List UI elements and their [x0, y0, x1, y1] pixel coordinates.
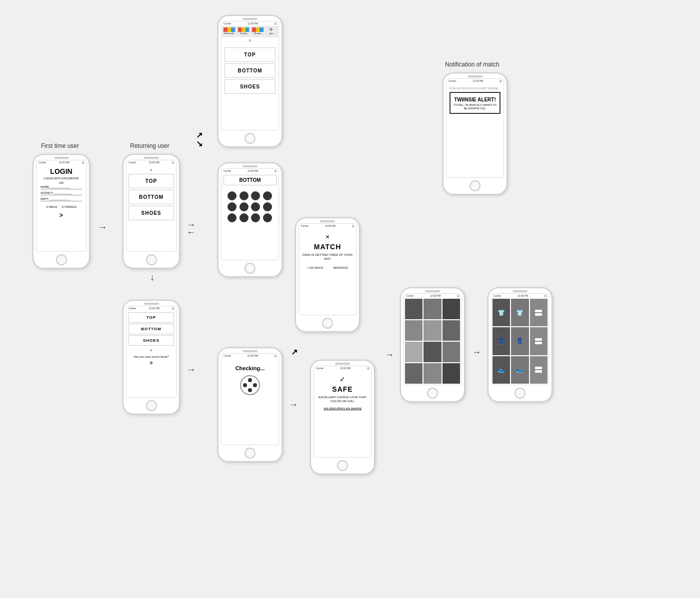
match-whatevs[interactable]: WHATEVS	[334, 266, 348, 269]
tab-monday[interactable]: Monday	[251, 26, 264, 35]
phone-speaker-check	[242, 350, 258, 352]
circle-7[interactable]	[251, 202, 260, 211]
checking-content: Checking...	[222, 358, 278, 403]
circle-2[interactable]	[240, 191, 248, 200]
login-agency-field[interactable]: AGENCY ___________	[40, 191, 82, 195]
icon-shirt-1[interactable]: 👕	[492, 299, 510, 326]
hamburger-icon[interactable]: ≡	[128, 168, 174, 172]
icon-shoe-1[interactable]: 👟	[492, 356, 510, 384]
circle-9[interactable]	[228, 213, 236, 222]
name-label: NAME	[40, 185, 49, 188]
phone-home-button-ret[interactable]	[146, 254, 157, 265]
phone-home-button-ret2[interactable]	[146, 400, 157, 411]
pants-action-2[interactable]	[535, 342, 542, 344]
safe-link[interactable]: see what others are wearing	[324, 407, 361, 410]
color-cell-6[interactable]	[442, 320, 460, 341]
match-go-back[interactable]: < GO BACK	[307, 266, 324, 269]
circle-12[interactable]	[263, 213, 272, 222]
color-cell-8[interactable]	[424, 342, 441, 362]
wardrobe-icon-grid: 👕 👕 👖 👖 👟 👟	[492, 298, 548, 385]
bottom-select-content: BOTTOM	[222, 173, 278, 228]
phone-match: Carrier 10:00 AM ||| × MATCH DAVE IS GET…	[295, 217, 360, 332]
female-radio[interactable]: ⊙ FEMALE	[62, 205, 77, 208]
phone-home-button-safe[interactable]	[337, 460, 348, 471]
circle-3[interactable]	[251, 191, 260, 200]
color-cell-5[interactable]	[424, 320, 441, 341]
icon-shoe-2[interactable]: 👟	[511, 356, 528, 384]
phone-login: Carrier 12:00 PM ||| LOGIN LOGIN WITH FA…	[32, 154, 90, 269]
color-cell-12[interactable]	[442, 363, 460, 384]
menu2-bottom[interactable]: BOTTOM	[128, 324, 174, 334]
circle-8[interactable]	[263, 202, 272, 211]
pants-action-1[interactable]	[535, 338, 542, 341]
hamburger-wt[interactable]: ≡	[222, 38, 278, 43]
wt-top[interactable]: TOP	[224, 47, 276, 62]
icon-shirt-2[interactable]: 👕	[511, 299, 528, 326]
canvas: First time user Returning user Notificat…	[0, 0, 700, 598]
arrow-to-wardrobe: →	[385, 350, 394, 360]
menu-shoes-item[interactable]: SHOES	[128, 206, 174, 220]
tab-sync[interactable]: ⟳ Sync	[266, 26, 278, 35]
phone-speaker-notif	[468, 75, 482, 77]
shoe-action-1[interactable]	[535, 367, 542, 369]
arrow-menu2-to-checking: →	[186, 365, 196, 375]
shoe-action-2[interactable]	[535, 370, 542, 373]
circle-10[interactable]	[240, 213, 248, 222]
dot-left	[243, 383, 247, 387]
color-cell-1[interactable]	[405, 299, 422, 319]
circle-11[interactable]	[251, 213, 260, 222]
bottom-circles-grid	[224, 187, 276, 226]
circle-1[interactable]	[228, 191, 236, 200]
phone-home-button-bs[interactable]	[244, 263, 256, 274]
tab-tuesday[interactable]: Tuesday	[237, 26, 250, 35]
color-cell-11[interactable]	[424, 363, 441, 384]
login-next-button[interactable]: >	[60, 212, 63, 219]
menu-bottom-item[interactable]: BOTTOM	[128, 190, 174, 204]
phone-home-button-notif[interactable]	[470, 180, 480, 191]
login-fb[interactable]: LOGIN WITH FACEBOOK	[44, 177, 78, 180]
color-cell-10[interactable]	[405, 363, 422, 384]
match-actions: < GO BACK WHATEVS	[302, 266, 353, 269]
phone-bottom-select: Carrier 12:00 PM ||| BOTTOM	[218, 162, 282, 277]
carrier-label: Carrier	[38, 161, 46, 164]
phone-home-button-wi[interactable]	[514, 388, 526, 399]
phone-home-button-match[interactable]	[322, 318, 333, 329]
icon-pants-1[interactable]: 👖	[492, 327, 510, 355]
menu2-shoes[interactable]: SHOES	[128, 335, 174, 346]
circle-5[interactable]	[228, 202, 236, 211]
dot-bottom	[248, 388, 252, 392]
shirt-action-2[interactable]	[535, 313, 542, 316]
notif-title: TWIINSIE ALERT!	[454, 97, 496, 102]
match-close-icon[interactable]: ×	[326, 233, 330, 241]
circle-4[interactable]	[263, 191, 272, 200]
phone-home-button-wc[interactable]	[427, 388, 438, 399]
safe-title: SAFE	[332, 385, 352, 393]
phone-home-button-check[interactable]	[244, 448, 256, 459]
color-cell-3[interactable]	[442, 299, 460, 319]
phone-screen-notif: Carrier 12:00 PM ||| PUSH NOTIFICATION T…	[446, 78, 504, 178]
circle-6[interactable]	[240, 202, 248, 211]
tab-weekender[interactable]: Weekender	[222, 26, 236, 35]
icon-pants-2[interactable]: 👖	[511, 327, 528, 355]
icon-pants-actions	[530, 327, 548, 355]
status-bar-ret: Carrier 12:00 PM |||	[126, 160, 176, 164]
shirt-action-1[interactable]	[535, 310, 542, 312]
login-dept-field[interactable]: DEPT. ____________	[40, 197, 82, 201]
phone-home-button-wt[interactable]	[244, 133, 256, 144]
phone-wardrobe-icons: Carrier 12:00 PM ||| 👕 👕 👖 👖	[488, 287, 552, 402]
menu2-top[interactable]: TOP	[128, 312, 174, 323]
wt-bottom[interactable]: BOTTOM	[224, 63, 276, 78]
male-radio[interactable]: ⊙ MALE	[46, 205, 58, 208]
color-cell-2[interactable]	[424, 299, 441, 319]
color-cell-9[interactable]	[442, 342, 460, 362]
color-cell-4[interactable]	[405, 320, 422, 341]
wt-shoes[interactable]: SHOES	[224, 79, 276, 94]
phone-home-button-login[interactable]	[56, 254, 67, 265]
safe-content: ✓ SAFE EXCELLENT CHOICE! LOVE THAT COLOR…	[314, 370, 371, 415]
menu2-next-button[interactable]: >	[128, 360, 174, 366]
menu-top-item[interactable]: TOP	[128, 174, 174, 188]
color-cell-7[interactable]	[405, 342, 422, 362]
phone-returning-menu2: Carrier 12:00 PM ||| TOP BOTTOM SHOES ≡ …	[122, 300, 180, 415]
hamburger2-icon[interactable]: ≡	[128, 348, 174, 353]
login-name-field[interactable]: NAME ____________	[40, 185, 82, 189]
